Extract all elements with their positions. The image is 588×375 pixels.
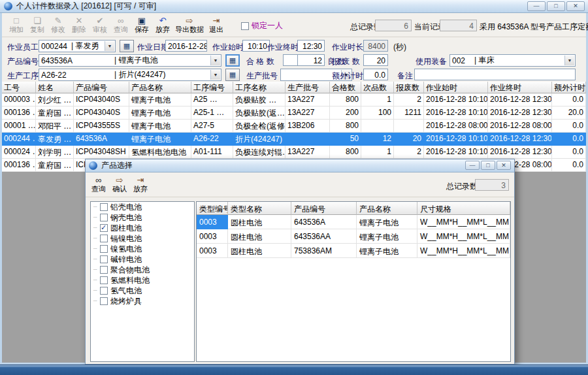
table-row[interactable]: 0003 圆柱电池 753836AM 锂离子电池 W__MM*H__MM*L__…: [197, 244, 510, 258]
cell-end-time: 2016-12-28 12:30: [488, 106, 552, 120]
column-header[interactable]: 次品数: [361, 82, 394, 93]
defective-input[interactable]: 12: [297, 54, 325, 66]
maximize-icon[interactable]: □: [547, 1, 565, 11]
cell-end-time: 2016-12-28 12:30: [488, 146, 552, 159]
tree-item[interactable]: 烧烤炉具: [91, 296, 194, 306]
work-date-input[interactable]: 2016-12-28: [165, 40, 207, 52]
checkbox-icon[interactable]: [100, 287, 108, 295]
worker-combobox[interactable]: 000244 | 辜发勇 ▼: [39, 40, 116, 52]
worker-lookup-button[interactable]: ▦: [120, 40, 134, 52]
toolbar-button-label: 查询: [91, 185, 106, 193]
toolbar-button[interactable]: ✕ 删除: [69, 14, 90, 36]
product-combobox[interactable]: 643536A | 锂离子电池 ▼: [39, 54, 221, 67]
cell-extra-time: 0.0: [552, 133, 586, 146]
column-header[interactable]: 产品名称: [357, 202, 417, 215]
column-header[interactable]: 作业终时: [488, 82, 552, 93]
maximize-icon[interactable]: □: [481, 161, 495, 170]
close-icon[interactable]: ✕: [566, 1, 585, 11]
product-code: 643536A: [41, 56, 114, 65]
process-combobox[interactable]: A26-22 | 折片(424247) ▼: [39, 69, 221, 81]
extra-time-input[interactable]: 0.0: [363, 69, 388, 80]
checkbox-icon[interactable]: [100, 266, 108, 274]
product-lookup-button[interactable]: ▦: [225, 54, 240, 67]
column-header[interactable]: 合格数: [330, 82, 361, 93]
checkbox-icon[interactable]: [100, 255, 108, 263]
cell-defective: 12: [361, 133, 394, 146]
cell-process-code: A25 …: [191, 93, 233, 106]
checkbox-icon[interactable]: [100, 203, 108, 211]
equipment-combobox[interactable]: 002 | 車床 ▼: [449, 54, 576, 67]
checkbox-icon[interactable]: [100, 276, 108, 284]
chevron-down-icon[interactable]: ▼: [564, 56, 574, 65]
tree-item[interactable]: 钢壳电池: [91, 212, 194, 223]
tree-item[interactable]: 镍氢电池: [91, 244, 194, 254]
dialog-toolbar-button[interactable]: ⇨ 确认: [109, 173, 130, 195]
toolbar-button[interactable]: ▣ 保存: [131, 14, 152, 36]
table-row[interactable]: 000003 … 刘少红 … ICP043040S 锂离子电池 A25 … 负极…: [2, 93, 586, 106]
toolbar-button[interactable]: ↶ 放弃: [152, 14, 173, 36]
toolbar-button[interactable]: □ 增加: [6, 14, 27, 36]
column-header[interactable]: 姓名: [36, 82, 74, 93]
column-header[interactable]: 工序编号: [191, 82, 233, 93]
table-row[interactable]: 000024 … 刘学明 … ICP043048SH 氢燃料电池电池 A01-1…: [2, 146, 586, 159]
cell-start-time: 2016-12-28 10:10: [424, 146, 488, 159]
checkbox-icon[interactable]: [100, 224, 108, 232]
scrap-input[interactable]: 20: [363, 54, 388, 66]
process-lookup-button[interactable]: ▦: [225, 69, 240, 81]
chevron-down-icon[interactable]: ▼: [105, 41, 114, 51]
table-row[interactable]: 00001 … 邓阳平 … ICP043555S 锂离子电池 A27-5 负极全…: [2, 120, 586, 133]
column-header[interactable]: 类型名称: [228, 202, 291, 215]
dialog-toolbar-button[interactable]: ⇥ 放弃: [130, 173, 151, 195]
tree-item[interactable]: 聚合物电池: [91, 265, 194, 275]
column-header[interactable]: 产品名称: [129, 82, 191, 93]
start-time-input[interactable]: 10:10: [242, 40, 270, 52]
lock-one-person-checkbox[interactable]: 锁定一人: [241, 20, 283, 31]
checkbox-icon[interactable]: [100, 297, 108, 305]
toolbar-button[interactable]: ✔ 审核: [90, 14, 110, 36]
column-header[interactable]: 生产批号: [286, 82, 330, 93]
toolbar-button[interactable]: ⇥ 退出: [206, 14, 227, 36]
checkbox-icon[interactable]: [241, 22, 249, 30]
toolbar-button-label: 查询: [114, 25, 128, 34]
dialog-toolbar-button[interactable]: ∞ 查询: [88, 173, 109, 195]
product-label: 产品编号: [7, 56, 39, 67]
cell-scrap: 1211: [394, 106, 424, 120]
dialog-window-controls: — □ ✕: [465, 161, 511, 170]
toolbar-button[interactable]: ❏ 复制: [27, 14, 48, 36]
table-row[interactable]: 0003 圆柱电池 643536AA 锂离子电池 W__MM*H__MM*L__…: [197, 229, 510, 244]
minimize-icon[interactable]: —: [527, 1, 546, 11]
column-header[interactable]: 工号: [2, 82, 36, 93]
minimize-icon[interactable]: —: [465, 161, 480, 170]
column-header[interactable]: 额外计时: [552, 82, 586, 93]
cell-product-name: 锂离子电池: [129, 133, 191, 146]
tree-item[interactable]: 氢气电池: [91, 285, 194, 296]
close-icon[interactable]: ✕: [497, 161, 511, 170]
column-header[interactable]: 产品编号: [74, 82, 129, 93]
table-row[interactable]: 000136 … 童府国 … ICP043040S 锂离子电池 A25-1 … …: [2, 106, 586, 120]
column-header[interactable]: 工序名称: [233, 82, 286, 93]
cell-end-time: 2016-12-28 12:30: [488, 133, 552, 146]
tree-item[interactable]: 碱锌电池: [91, 254, 194, 265]
chevron-down-icon[interactable]: ▼: [210, 56, 220, 65]
checkbox-icon[interactable]: [100, 235, 108, 242]
toolbar-button[interactable]: ∞ 查询: [110, 14, 131, 36]
toolbar-button[interactable]: ⇨ 导出数据: [173, 14, 206, 36]
tree-item[interactable]: 氢燃料电池: [91, 275, 194, 285]
remark-input[interactable]: [414, 69, 576, 80]
end-time-input[interactable]: 12:30: [297, 40, 325, 52]
chevron-down-icon[interactable]: ▼: [210, 70, 220, 80]
checkbox-icon[interactable]: [100, 214, 108, 221]
column-header[interactable]: 作业始时: [424, 82, 488, 93]
toolbar-button[interactable]: ✎ 修改: [48, 14, 69, 36]
tree-item[interactable]: 铝壳电池: [91, 202, 194, 212]
checkbox-icon[interactable]: [100, 245, 108, 253]
column-header[interactable]: 尺寸规格: [417, 202, 510, 215]
tree-item[interactable]: 镉镍电池: [91, 233, 194, 244]
column-header[interactable]: 报废数: [394, 82, 424, 93]
table-row[interactable]: 000244 … 辜发勇 … 643536A 锂离子电池 A26-22 折片(4…: [2, 133, 586, 146]
tree-item[interactable]: 圆柱电池: [91, 223, 194, 233]
cell-extra-time: 0.0: [552, 159, 586, 172]
column-header[interactable]: 产品编号: [291, 202, 357, 215]
table-row[interactable]: 0003 圆柱电池 643536A 锂离子电池 W__MM*H__MM*L__M…: [197, 215, 510, 229]
column-header[interactable]: 类型编号: [197, 202, 228, 215]
